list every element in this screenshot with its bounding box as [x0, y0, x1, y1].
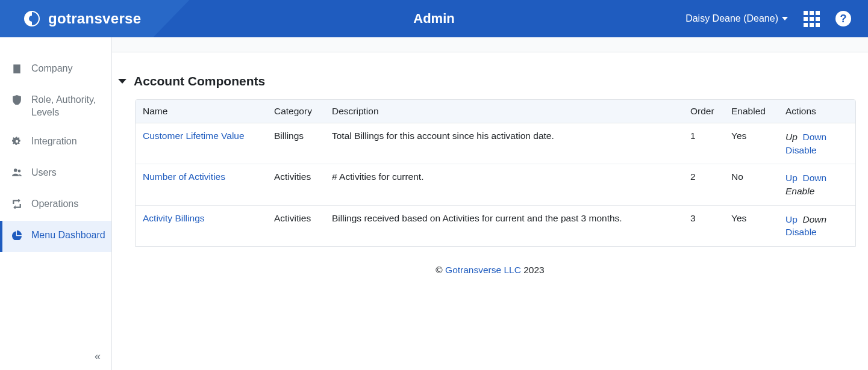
- retweet-icon: [12, 199, 23, 212]
- component-description: # Activities for current.: [325, 164, 683, 205]
- component-description: Total Billings for this account since hi…: [325, 123, 683, 164]
- table-header-enabled: Enabled: [724, 100, 778, 123]
- action-up[interactable]: Up: [785, 173, 798, 183]
- component-enabled: Yes: [724, 205, 778, 246]
- header-brand-area: gotransverse: [0, 0, 189, 37]
- component-order: 2: [683, 164, 724, 205]
- footer-year: 2023: [521, 265, 545, 275]
- sidebar-item-label: Integration: [31, 135, 77, 148]
- footer-company-link[interactable]: Gotransverse LLC: [445, 265, 521, 275]
- component-description: Billings received based on Activities fo…: [325, 205, 683, 246]
- component-order: 3: [683, 205, 724, 246]
- sidebar-item-operations[interactable]: Operations: [0, 190, 111, 221]
- action-toggle: Enable: [785, 186, 814, 196]
- sidebar-item-label: Operations: [31, 198, 78, 211]
- account-components-table: Name Category Description Order Enabled …: [135, 99, 856, 247]
- chevron-down-icon: [782, 17, 788, 20]
- section-collapse-toggle[interactable]: [118, 79, 126, 84]
- component-category: Billings: [267, 123, 325, 164]
- action-toggle[interactable]: Disable: [785, 145, 817, 155]
- section-header: Account Components: [118, 74, 856, 88]
- table-header-row: Name Category Description Order Enabled …: [136, 100, 855, 123]
- help-icon[interactable]: ?: [835, 11, 851, 26]
- component-actions: Up DownDisable: [778, 205, 855, 246]
- brand-logo[interactable]: gotransverse: [22, 8, 141, 29]
- section-title: Account Components: [134, 74, 265, 88]
- brand-name: gotransverse: [48, 10, 141, 27]
- sidebar-item-role-authority-levels[interactable]: Role, Authority, Levels: [0, 85, 111, 128]
- sidebar-item-label: Users: [31, 167, 57, 179]
- user-label: Daisy Deane (Deane): [685, 13, 778, 24]
- component-enabled: No: [724, 164, 778, 205]
- table-row: Customer Lifetime ValueBillingsTotal Bil…: [136, 123, 855, 164]
- table-header-category: Category: [267, 100, 325, 123]
- component-enabled: Yes: [724, 123, 778, 164]
- footer: © Gotransverse LLC 2023: [124, 247, 856, 294]
- table-row: Number of ActivitiesActivities# Activiti…: [136, 164, 855, 205]
- sidebar-item-label: Menu Dashboard: [31, 229, 105, 242]
- gear-icon: [12, 137, 23, 150]
- action-toggle[interactable]: Disable: [785, 227, 817, 237]
- building-icon: [12, 64, 23, 77]
- users-icon: [12, 168, 23, 181]
- sidebar-item-company[interactable]: Company: [0, 54, 111, 85]
- component-category: Activities: [267, 205, 325, 246]
- table-header-description: Description: [325, 100, 683, 123]
- action-down[interactable]: Down: [802, 132, 826, 142]
- component-actions: Up DownEnable: [778, 164, 855, 205]
- action-up[interactable]: Up: [785, 214, 798, 224]
- table-header-actions: Actions: [778, 100, 855, 123]
- content-top-bar: [112, 37, 868, 52]
- action-down[interactable]: Down: [802, 173, 826, 183]
- brand-logo-icon: [22, 8, 42, 29]
- component-actions: Up DownDisable: [778, 123, 855, 164]
- collapse-sidebar-button[interactable]: «: [95, 350, 101, 363]
- svg-point-1: [29, 16, 35, 22]
- action-down: Down: [802, 214, 826, 224]
- user-menu[interactable]: Daisy Deane (Deane): [685, 13, 788, 24]
- page-title: Admin: [413, 11, 454, 26]
- sidebar-item-users[interactable]: Users: [0, 158, 111, 190]
- component-category: Activities: [267, 164, 325, 205]
- table-row: Activity BillingsActivitiesBillings rece…: [136, 205, 855, 246]
- sidebar-item-label: Company: [31, 63, 72, 75]
- action-up: Up: [785, 132, 798, 142]
- sidebar: CompanyRole, Authority, LevelsIntegratio…: [0, 37, 112, 370]
- component-name-link[interactable]: Activity Billings: [143, 213, 205, 223]
- table-header-name: Name: [136, 100, 267, 123]
- main-content: Account Components Name Category Descrip…: [112, 37, 868, 370]
- sidebar-item-integration[interactable]: Integration: [0, 127, 111, 158]
- component-order: 1: [683, 123, 724, 164]
- sidebar-item-menu-dashboard[interactable]: Menu Dashboard: [0, 221, 111, 252]
- sidebar-item-label: Role, Authority, Levels: [31, 94, 105, 119]
- header-right: Daisy Deane (Deane) ?: [685, 11, 868, 27]
- table-header-order: Order: [683, 100, 724, 123]
- pie-icon: [12, 230, 23, 244]
- component-name-link[interactable]: Number of Activities: [143, 171, 225, 182]
- shield-icon: [12, 95, 23, 108]
- component-name-link[interactable]: Customer Lifetime Value: [143, 131, 245, 141]
- copyright-prefix: ©: [436, 265, 445, 275]
- header: gotransverse Admin Daisy Deane (Deane) ?: [0, 0, 868, 37]
- apps-grid-icon[interactable]: [804, 11, 820, 27]
